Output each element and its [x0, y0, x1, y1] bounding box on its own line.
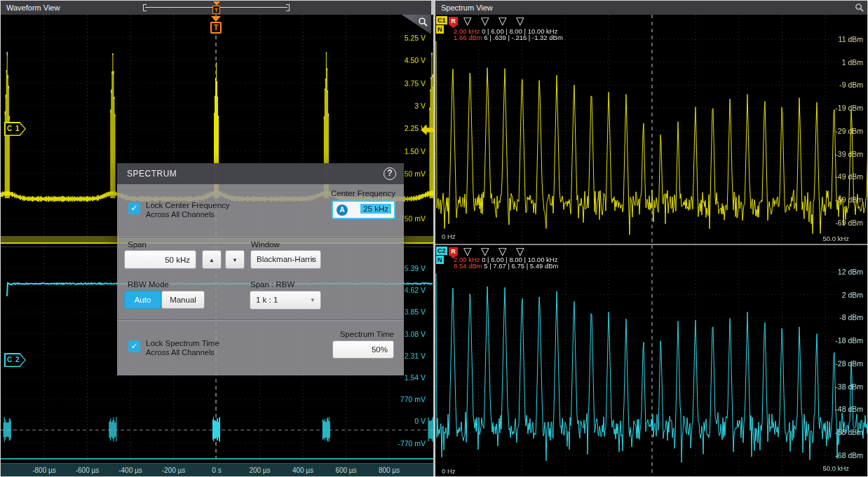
lock-spectrum-time-sublabel: Across All Channels	[146, 348, 215, 357]
time-axis: -800 µs-600 µs-400 µs-200 µs0 s200 µs400…	[1, 463, 433, 477]
time-tick-label: 200 µs	[236, 466, 285, 474]
dialog-divider	[117, 237, 404, 238]
spectrum-dialog: SPECTRUM ? ✓ Lock Center Frequency Acros…	[117, 163, 404, 375]
c1-marker-amplitudes: 1.66 dBm 6 | .639 | -.216 | -1.32 dBm	[454, 34, 563, 41]
magnifier-icon	[418, 17, 428, 27]
channel-c1-badge[interactable]: C 1	[4, 122, 26, 136]
peak-marker-icon[interactable]: ▽	[516, 15, 524, 26]
peak-marker-icon[interactable]: ▽	[463, 246, 472, 256]
c2-marker-amplitudes: 8.54 dBm 5 | 7.67 | 6.75 | 5.49 dBm	[454, 262, 558, 270]
window-selected-value: Blackman-Harris	[257, 255, 316, 263]
center-frequency-input[interactable]: A 25 kHz	[332, 200, 395, 219]
minimap-left-bracket[interactable]	[143, 4, 147, 11]
span-label: Span	[128, 240, 147, 249]
spectrum-magnifier-icon[interactable]	[855, 3, 864, 13]
spectrum-dialog-title[interactable]: SPECTRUM	[117, 163, 404, 184]
rbw-mode-label: RBW Mode	[128, 280, 169, 289]
dropdown-arrow-icon: ▼	[310, 297, 316, 303]
center-frequency-label: Center Frequency	[331, 189, 395, 198]
peak-marker-icon[interactable]: ▽	[481, 15, 489, 26]
c2-spectrum-plot[interactable]	[435, 245, 868, 477]
c1-spectrum-plot[interactable]	[435, 15, 868, 244]
trigger-minimap-flag[interactable]: T	[212, 6, 220, 14]
c1-freq-start-label: 0 Hz	[442, 233, 456, 240]
spectrum-time-label: Spectrum Time	[340, 330, 394, 338]
spectrum-c1-n-badge[interactable]: N	[436, 25, 444, 34]
dialog-divider	[117, 319, 404, 320]
peak-marker-icon[interactable]: ▽	[463, 15, 472, 26]
lock-center-frequency-label: Lock Center Frequency	[146, 201, 230, 209]
peak-marker-icon[interactable]: ▽	[499, 246, 507, 256]
channel-c2-badge[interactable]: C 2	[4, 353, 26, 367]
spectrum-view-title: Spectrum View	[441, 4, 493, 12]
peak-marker-icon[interactable]: ▽	[499, 15, 507, 26]
spectrum-time-value: 50%	[372, 341, 388, 358]
help-icon[interactable]: ?	[384, 167, 396, 180]
waveform-view-header: Waveform View T	[1, 1, 431, 15]
time-tick-label: -600 µs	[63, 466, 112, 474]
window-label: Window	[251, 240, 280, 249]
c2-freq-stop-label: 50.0 kHz	[823, 464, 850, 472]
peak-marker-icon[interactable]: ▽	[516, 246, 524, 256]
time-tick-label: -400 µs	[106, 466, 155, 474]
time-tick-label: 400 µs	[278, 466, 327, 474]
trigger-position-icon[interactable]	[211, 16, 221, 22]
time-tick-label: 600 µs	[322, 466, 371, 474]
c1-freq-stop-label: 50.0 kHz	[823, 235, 850, 242]
minimap-right-bracket[interactable]	[286, 4, 290, 11]
span-rbw-label: Span : RBW	[250, 280, 294, 289]
dropdown-arrow-icon: ▼	[310, 256, 316, 263]
window-dropdown[interactable]: Blackman-Harris ▼	[250, 250, 321, 269]
spectrum-time-input[interactable]: 50%	[332, 340, 394, 359]
rbw-mode-auto-button[interactable]: Auto	[124, 291, 161, 309]
spectrum-view-panel: Spectrum View C1 N R ▽▽▽▽ 2.00 kHz 0 | 6…	[435, 1, 868, 477]
lock-center-frequency-checkbox[interactable]: ✓	[128, 202, 140, 214]
time-tick-label: -800 µs	[20, 466, 69, 474]
lock-center-frequency-sublabel: Across All Channels	[146, 210, 215, 219]
spectrum-c1-badge[interactable]: C1	[436, 16, 447, 25]
multipurpose-a-badge: A	[337, 205, 348, 216]
spectrum-c2-n-badge[interactable]: N	[436, 256, 444, 264]
time-tick-label: 0 s	[192, 466, 241, 474]
span-input[interactable]: 50 kHz	[124, 250, 196, 269]
lock-spectrum-time-label: Lock Spectrum Time	[146, 339, 219, 347]
c2-freq-start-label: 0 Hz	[442, 467, 456, 475]
time-tick-label: -200 µs	[149, 466, 198, 474]
c2-badge-label: C 2	[4, 353, 26, 367]
peak-marker-icon[interactable]: ▽	[481, 246, 489, 256]
waveform-view-title: Waveform View	[6, 4, 60, 12]
c1-badge-label: C 1	[4, 122, 26, 136]
span-increase-button[interactable]: ▲	[202, 250, 222, 269]
trigger-position-flag[interactable]: T	[210, 22, 222, 34]
rbw-mode-manual-button[interactable]: Manual	[161, 291, 205, 309]
oscilloscope-screen: Waveform View T T C 1 C 2	[0, 0, 868, 477]
span-rbw-selected-value: 1 k : 1	[256, 296, 278, 304]
spectrum-c2-badge[interactable]: C2	[436, 247, 447, 255]
span-rbw-dropdown[interactable]: 1 k : 1 ▼	[250, 291, 321, 310]
time-tick-label: 800 µs	[365, 466, 414, 474]
lock-spectrum-time-checkbox[interactable]: ✓	[128, 340, 140, 352]
span-decrease-button[interactable]: ▼	[225, 250, 245, 269]
span-value: 50 kHz	[165, 251, 190, 268]
spectrum-view-header: Spectrum View	[435, 1, 868, 15]
center-frequency-value: 25 kHz	[360, 204, 391, 214]
